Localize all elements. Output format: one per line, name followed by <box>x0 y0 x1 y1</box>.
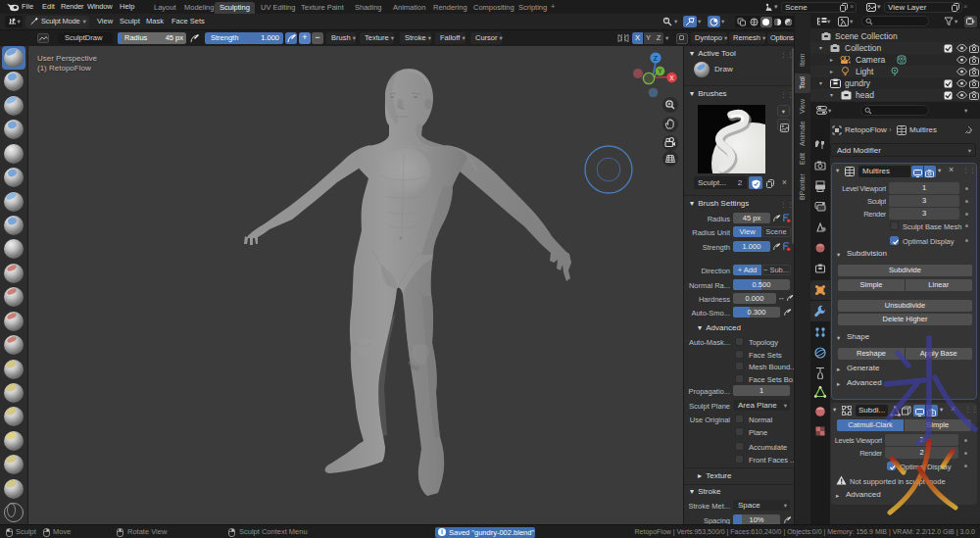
svg-text:Z: Z <box>654 55 659 62</box>
svg-text:Y: Y <box>658 68 662 74</box>
svg-text:X: X <box>669 74 674 81</box>
